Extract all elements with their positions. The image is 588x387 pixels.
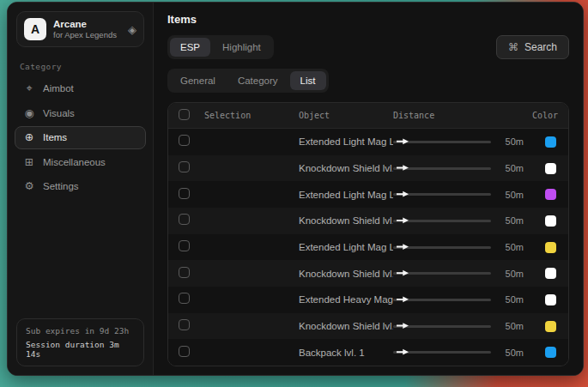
sidebar: A Arcane for Apex Legends ◈ Category ⌖ A… xyxy=(8,3,154,375)
page-title: Items xyxy=(167,13,569,26)
select-all-checkbox[interactable] xyxy=(179,109,190,120)
sidebar-item-settings[interactable]: ⚙ Settings xyxy=(15,175,146,198)
distance-value: 50m xyxy=(498,163,524,173)
box-icon: ⊕ xyxy=(23,132,35,143)
color-cell xyxy=(524,242,558,253)
distance-value: 50m xyxy=(498,242,524,252)
table-row: Backpack lvl. 1 50m xyxy=(168,339,568,366)
search-button[interactable]: ⌘ Search xyxy=(496,35,569,59)
distance-slider[interactable] xyxy=(393,220,491,222)
category-label: Category xyxy=(20,62,141,71)
distance-value: 50m xyxy=(498,321,524,331)
distance-slider[interactable] xyxy=(393,299,491,301)
distance-slider[interactable] xyxy=(393,351,491,354)
distance-value: 50m xyxy=(498,269,524,279)
sidebar-item-items[interactable]: ⊕ Items xyxy=(15,126,146,149)
crosshair-icon: ⌖ xyxy=(23,83,35,94)
distance-cell: 50m xyxy=(393,215,524,226)
distance-slider[interactable] xyxy=(393,272,491,275)
mode-tabs: ESP Highlight xyxy=(167,35,274,59)
color-swatch[interactable] xyxy=(545,268,556,279)
slider-thumb-icon[interactable] xyxy=(397,165,409,172)
row-checkbox[interactable] xyxy=(179,161,190,172)
row-checkbox[interactable] xyxy=(179,214,190,225)
color-cell xyxy=(524,268,558,279)
view-tab-category[interactable]: Category xyxy=(227,71,288,90)
distance-cell: 50m xyxy=(393,242,524,252)
color-swatch[interactable] xyxy=(545,294,556,305)
gear-icon: ⚙ xyxy=(23,181,35,192)
color-swatch[interactable] xyxy=(545,321,556,332)
object-name: Backpack lvl. 1 xyxy=(299,348,393,358)
row-checkbox[interactable] xyxy=(179,346,190,357)
sidebar-item-miscellaneous[interactable]: ⊞ Miscellaneous xyxy=(15,151,146,174)
distance-cell: 50m xyxy=(393,269,524,279)
distance-cell: 50m xyxy=(393,163,524,173)
row-checkbox[interactable] xyxy=(179,319,190,330)
distance-value: 50m xyxy=(498,294,524,305)
color-swatch[interactable] xyxy=(545,189,556,200)
slider-thumb-icon[interactable] xyxy=(397,138,409,145)
table-row: Knockdown Shield lvl. 2 50m xyxy=(168,208,568,234)
row-checkbox[interactable] xyxy=(179,267,190,278)
brand-card: A Arcane for Apex Legends ◈ xyxy=(16,11,144,47)
eye-scan-icon: ◉ xyxy=(23,108,35,119)
distance-value: 50m xyxy=(498,190,524,200)
color-cell xyxy=(524,215,558,227)
sidebar-item-label: Items xyxy=(43,132,67,142)
object-name: Extended Light Mag Level 4 xyxy=(299,242,393,252)
distance-slider[interactable] xyxy=(393,193,491,196)
toolbar: ESP Highlight ⌘ Search xyxy=(167,35,569,59)
distance-slider[interactable] xyxy=(393,141,491,143)
row-checkbox[interactable] xyxy=(179,240,190,251)
table-row: Knockdown Shield lvl. 4 50m xyxy=(168,313,568,340)
slider-thumb-icon[interactable] xyxy=(397,190,409,197)
distance-cell: 50m xyxy=(393,190,524,200)
slider-thumb-icon[interactable] xyxy=(397,269,409,276)
distance-value: 50m xyxy=(498,215,524,226)
distance-slider[interactable] xyxy=(393,167,491,170)
sidebar-item-visuals[interactable]: ◉ Visuals xyxy=(15,102,146,125)
color-swatch[interactable] xyxy=(545,242,556,253)
color-swatch[interactable] xyxy=(545,215,556,227)
view-tab-general[interactable]: General xyxy=(170,71,226,90)
sidebar-item-aimbot[interactable]: ⌖ Aimbot xyxy=(15,77,146,100)
mode-tab-highlight[interactable]: Highlight xyxy=(212,38,271,57)
object-name: Extended Heavy Mag Level 1 xyxy=(299,294,393,305)
mode-tab-esp[interactable]: ESP xyxy=(170,38,210,57)
diamond-pin-icon[interactable]: ◈ xyxy=(128,24,136,35)
color-swatch[interactable] xyxy=(545,163,556,174)
view-tab-list[interactable]: List xyxy=(290,71,326,90)
slider-thumb-icon[interactable] xyxy=(397,323,409,330)
slider-thumb-icon[interactable] xyxy=(397,244,409,251)
table-row: Extended Light Mag Level 2 50m xyxy=(168,129,568,155)
slider-thumb-icon[interactable] xyxy=(397,296,409,303)
sidebar-item-label: Visuals xyxy=(43,108,75,118)
row-checkbox[interactable] xyxy=(179,188,190,199)
table-row: Extended Light Mag Level 3 50m xyxy=(168,181,568,208)
table-row: Knockdown Shield lvl. 1 50m xyxy=(168,155,568,182)
color-swatch[interactable] xyxy=(545,347,556,358)
color-cell xyxy=(524,189,558,200)
row-checkbox[interactable] xyxy=(179,135,190,146)
table-row: Extended Heavy Mag Level 1 50m xyxy=(168,287,568,313)
distance-slider[interactable] xyxy=(393,246,491,249)
sub-expiry-text: Sub expires in 9d 23h xyxy=(26,326,135,336)
grid-icon: ⊞ xyxy=(23,157,35,168)
sidebar-nav: ⌖ Aimbot ◉ Visuals ⊕ Items ⊞ Miscellaneo… xyxy=(8,77,153,198)
object-name: Knockdown Shield lvl. 3 xyxy=(299,269,393,279)
distance-slider[interactable] xyxy=(393,325,491,328)
table-header: Selection Object Distance Color xyxy=(168,103,568,129)
slider-thumb-icon[interactable] xyxy=(397,217,409,224)
app-title: Arcane xyxy=(53,19,121,29)
slider-thumb-icon[interactable] xyxy=(397,348,409,355)
color-cell xyxy=(524,136,558,148)
table-row: Knockdown Shield lvl. 3 50m xyxy=(168,260,568,287)
color-swatch[interactable] xyxy=(545,136,556,148)
row-checkbox[interactable] xyxy=(179,293,190,304)
desktop-background: A Arcane for Apex Legends ◈ Category ⌖ A… xyxy=(0,0,588,387)
distance-cell: 50m xyxy=(393,136,524,147)
object-name: Knockdown Shield lvl. 1 xyxy=(299,163,393,173)
app-subtitle: for Apex Legends xyxy=(53,30,121,39)
search-button-label: Search xyxy=(524,41,557,53)
